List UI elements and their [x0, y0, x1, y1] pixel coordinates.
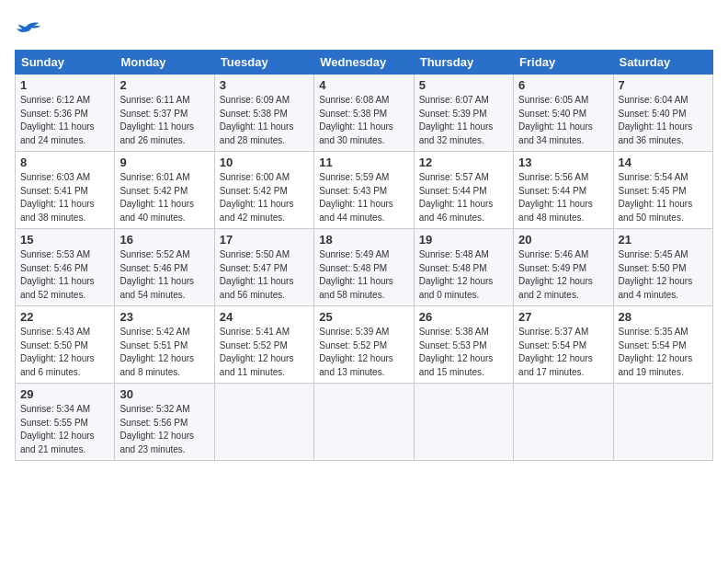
calendar-cell-17: 17Sunrise: 5:50 AM Sunset: 5:47 PM Dayli…: [214, 229, 313, 306]
day-info: Sunrise: 6:01 AM Sunset: 5:42 PM Dayligh…: [119, 171, 209, 224]
day-number: 21: [619, 233, 708, 247]
calendar-cell-14: 14Sunrise: 5:54 AM Sunset: 5:45 PM Dayli…: [613, 152, 712, 229]
day-number: 30: [119, 387, 209, 401]
calendar-week-3: 15Sunrise: 5:53 AM Sunset: 5:46 PM Dayli…: [16, 229, 713, 306]
day-number: 8: [20, 155, 109, 169]
calendar-cell-3: 3Sunrise: 6:09 AM Sunset: 5:38 PM Daylig…: [214, 75, 313, 152]
weekday-header-row: SundayMondayTuesdayWednesdayThursdayFrid…: [16, 51, 713, 75]
day-number: 27: [518, 310, 608, 324]
day-number: 6: [518, 78, 608, 92]
day-info: Sunrise: 5:57 AM Sunset: 5:44 PM Dayligh…: [419, 171, 508, 224]
day-number: 13: [518, 155, 608, 169]
day-number: 10: [220, 155, 309, 169]
day-number: 7: [619, 78, 708, 92]
calendar-cell-7: 7Sunrise: 6:04 AM Sunset: 5:40 PM Daylig…: [613, 75, 712, 152]
day-info: Sunrise: 6:08 AM Sunset: 5:38 PM Dayligh…: [319, 94, 408, 147]
calendar-cell-31: [214, 384, 313, 461]
calendar-week-2: 8Sunrise: 6:03 AM Sunset: 5:41 PM Daylig…: [16, 152, 713, 229]
weekday-header-tuesday: Tuesday: [214, 51, 313, 75]
calendar-cell-2: 2Sunrise: 6:11 AM Sunset: 5:37 PM Daylig…: [115, 75, 214, 152]
day-info: Sunrise: 5:43 AM Sunset: 5:50 PM Dayligh…: [20, 326, 109, 379]
day-info: Sunrise: 5:32 AM Sunset: 5:56 PM Dayligh…: [119, 403, 209, 456]
calendar-cell-20: 20Sunrise: 5:46 AM Sunset: 5:49 PM Dayli…: [514, 229, 613, 306]
calendar-cell-24: 24Sunrise: 5:41 AM Sunset: 5:52 PM Dayli…: [214, 306, 313, 384]
calendar-cell-5: 5Sunrise: 6:07 AM Sunset: 5:39 PM Daylig…: [414, 75, 513, 152]
day-number: 26: [419, 310, 508, 324]
day-info: Sunrise: 5:42 AM Sunset: 5:51 PM Dayligh…: [119, 326, 209, 379]
calendar-cell-35: [613, 384, 712, 461]
day-number: 24: [220, 310, 309, 324]
day-number: 19: [419, 233, 508, 247]
day-info: Sunrise: 5:38 AM Sunset: 5:53 PM Dayligh…: [419, 326, 508, 379]
calendar-cell-25: 25Sunrise: 5:39 AM Sunset: 5:52 PM Dayli…: [314, 306, 414, 384]
logo: [15, 18, 44, 44]
weekday-header-friday: Friday: [514, 51, 613, 75]
day-number: 17: [220, 233, 309, 247]
day-info: Sunrise: 6:11 AM Sunset: 5:37 PM Dayligh…: [119, 94, 209, 147]
calendar-cell-34: [514, 384, 613, 461]
calendar-cell-10: 10Sunrise: 6:00 AM Sunset: 5:42 PM Dayli…: [214, 152, 313, 229]
calendar-week-5: 29Sunrise: 5:34 AM Sunset: 5:55 PM Dayli…: [16, 384, 713, 461]
calendar-table: SundayMondayTuesdayWednesdayThursdayFrid…: [15, 50, 713, 461]
weekday-header-monday: Monday: [115, 51, 214, 75]
day-number: 16: [119, 233, 209, 247]
day-info: Sunrise: 5:59 AM Sunset: 5:43 PM Dayligh…: [319, 171, 408, 224]
calendar-cell-26: 26Sunrise: 5:38 AM Sunset: 5:53 PM Dayli…: [414, 306, 513, 384]
day-number: 29: [20, 387, 109, 401]
day-info: Sunrise: 6:12 AM Sunset: 5:36 PM Dayligh…: [20, 94, 109, 147]
day-info: Sunrise: 5:45 AM Sunset: 5:50 PM Dayligh…: [619, 248, 708, 302]
day-info: Sunrise: 6:05 AM Sunset: 5:40 PM Dayligh…: [518, 94, 608, 147]
day-number: 22: [20, 310, 109, 324]
day-info: Sunrise: 5:50 AM Sunset: 5:47 PM Dayligh…: [220, 248, 309, 302]
day-info: Sunrise: 5:48 AM Sunset: 5:48 PM Dayligh…: [419, 248, 508, 302]
logo-bird-icon: [15, 18, 40, 44]
calendar-cell-13: 13Sunrise: 5:56 AM Sunset: 5:44 PM Dayli…: [514, 152, 613, 229]
calendar-cell-4: 4Sunrise: 6:08 AM Sunset: 5:38 PM Daylig…: [314, 75, 414, 152]
day-number: 5: [419, 78, 508, 92]
calendar-cell-12: 12Sunrise: 5:57 AM Sunset: 5:44 PM Dayli…: [414, 152, 513, 229]
calendar-cell-23: 23Sunrise: 5:42 AM Sunset: 5:51 PM Dayli…: [115, 306, 214, 384]
day-info: Sunrise: 5:53 AM Sunset: 5:46 PM Dayligh…: [20, 248, 109, 302]
day-info: Sunrise: 6:09 AM Sunset: 5:38 PM Dayligh…: [220, 94, 309, 147]
calendar-cell-15: 15Sunrise: 5:53 AM Sunset: 5:46 PM Dayli…: [16, 229, 115, 306]
day-number: 23: [119, 310, 209, 324]
calendar-cell-29: 29Sunrise: 5:34 AM Sunset: 5:55 PM Dayli…: [16, 384, 115, 461]
day-number: 25: [319, 310, 408, 324]
day-info: Sunrise: 6:03 AM Sunset: 5:41 PM Dayligh…: [20, 171, 109, 224]
day-number: 3: [220, 78, 309, 92]
day-number: 18: [319, 233, 408, 247]
day-info: Sunrise: 5:35 AM Sunset: 5:54 PM Dayligh…: [619, 326, 708, 379]
day-info: Sunrise: 5:49 AM Sunset: 5:48 PM Dayligh…: [319, 248, 408, 302]
calendar-cell-30: 30Sunrise: 5:32 AM Sunset: 5:56 PM Dayli…: [115, 384, 214, 461]
day-info: Sunrise: 6:04 AM Sunset: 5:40 PM Dayligh…: [619, 94, 708, 147]
day-number: 15: [20, 233, 109, 247]
calendar-cell-21: 21Sunrise: 5:45 AM Sunset: 5:50 PM Dayli…: [613, 229, 712, 306]
calendar-week-1: 1Sunrise: 6:12 AM Sunset: 5:36 PM Daylig…: [16, 75, 713, 152]
day-number: 20: [518, 233, 608, 247]
page-header: [15, 15, 713, 44]
calendar-cell-22: 22Sunrise: 5:43 AM Sunset: 5:50 PM Dayli…: [16, 306, 115, 384]
day-info: Sunrise: 5:52 AM Sunset: 5:46 PM Dayligh…: [119, 248, 209, 302]
calendar-cell-6: 6Sunrise: 6:05 AM Sunset: 5:40 PM Daylig…: [514, 75, 613, 152]
calendar-cell-28: 28Sunrise: 5:35 AM Sunset: 5:54 PM Dayli…: [613, 306, 712, 384]
day-info: Sunrise: 5:39 AM Sunset: 5:52 PM Dayligh…: [319, 326, 408, 379]
day-number: 12: [419, 155, 508, 169]
weekday-header-wednesday: Wednesday: [314, 51, 414, 75]
calendar-cell-16: 16Sunrise: 5:52 AM Sunset: 5:46 PM Dayli…: [115, 229, 214, 306]
day-number: 11: [319, 155, 408, 169]
day-number: 14: [619, 155, 708, 169]
calendar-week-4: 22Sunrise: 5:43 AM Sunset: 5:50 PM Dayli…: [16, 306, 713, 384]
calendar-cell-33: [414, 384, 513, 461]
calendar-cell-32: [314, 384, 414, 461]
day-info: Sunrise: 5:34 AM Sunset: 5:55 PM Dayligh…: [20, 403, 109, 456]
calendar-cell-1: 1Sunrise: 6:12 AM Sunset: 5:36 PM Daylig…: [16, 75, 115, 152]
day-number: 2: [119, 78, 209, 92]
calendar-cell-11: 11Sunrise: 5:59 AM Sunset: 5:43 PM Dayli…: [314, 152, 414, 229]
day-number: 1: [20, 78, 109, 92]
calendar-cell-9: 9Sunrise: 6:01 AM Sunset: 5:42 PM Daylig…: [115, 152, 214, 229]
day-info: Sunrise: 6:00 AM Sunset: 5:42 PM Dayligh…: [220, 171, 309, 224]
day-number: 9: [119, 155, 209, 169]
day-info: Sunrise: 6:07 AM Sunset: 5:39 PM Dayligh…: [419, 94, 508, 147]
calendar-cell-18: 18Sunrise: 5:49 AM Sunset: 5:48 PM Dayli…: [314, 229, 414, 306]
weekday-header-saturday: Saturday: [613, 51, 712, 75]
